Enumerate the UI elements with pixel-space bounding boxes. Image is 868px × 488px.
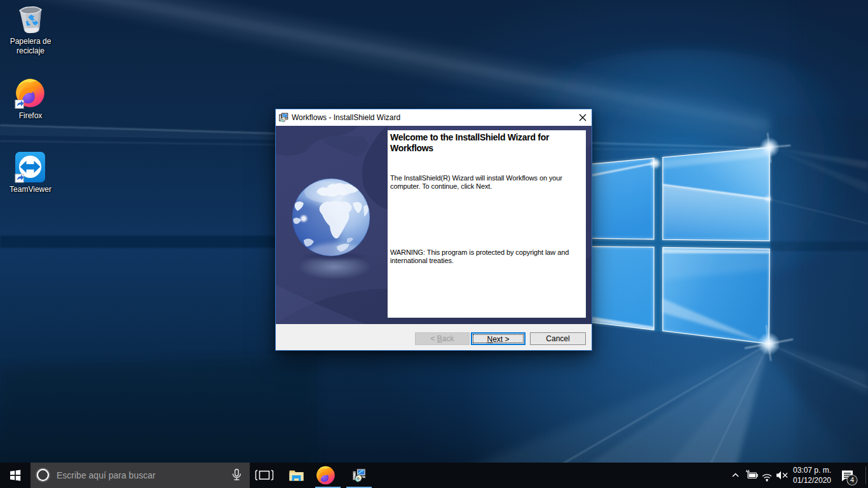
svg-text:4: 4	[850, 476, 854, 484]
